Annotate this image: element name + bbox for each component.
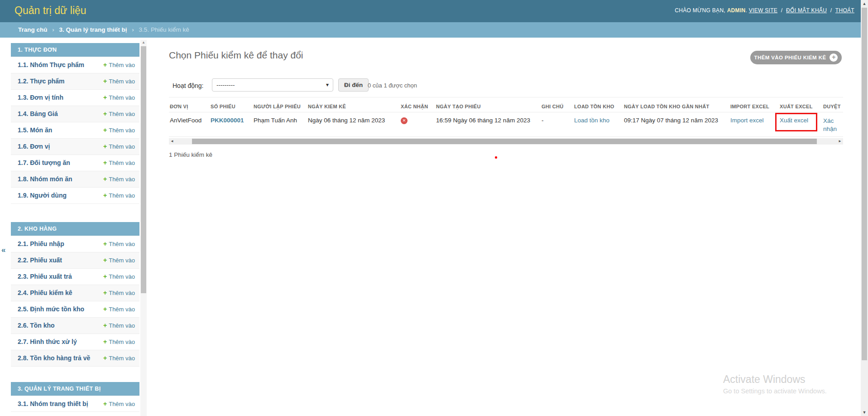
add-phieu-kiem-ke-button[interactable]: THÊM VÀO PHIẾU KIỂM KÊ +	[750, 51, 842, 64]
sidebar-section-title: 1. THỰC ĐƠN	[11, 43, 139, 57]
scroll-left-icon[interactable]: ◄	[170, 138, 174, 145]
col-header-ngay-tao: NGÀY TẠO PHIẾU	[436, 104, 481, 109]
selection-status: 0 của 1 được chọn	[368, 82, 417, 89]
sidebar-add-link[interactable]: +Thêm vào	[103, 338, 135, 345]
horizontal-scrollbar-thumb[interactable]	[192, 139, 817, 144]
sidebar-scrollbar[interactable]: ▲	[140, 40, 147, 416]
change-password-link[interactable]: ĐỔI MẬT KHẨU	[786, 7, 827, 14]
sidebar-item: 1.1. Nhóm Thực phẩm +Thêm vào	[11, 57, 139, 73]
scroll-up-icon[interactable]: ▲	[861, 1, 868, 6]
sidebar-add-link[interactable]: +Thêm vào	[103, 126, 135, 134]
sidebar-item-link[interactable]: 1.1. Nhóm Thực phẩm	[18, 61, 84, 68]
col-header-xuat-excel: XUẤT EXCEL	[780, 104, 813, 109]
sidebar-item-link[interactable]: 2.6. Tồn kho	[18, 322, 55, 329]
sidebar-item-link[interactable]: 1.2. Thực phẩm	[18, 77, 65, 85]
plus-icon: +	[103, 94, 107, 101]
sidebar-add-link[interactable]: +Thêm vào	[103, 273, 135, 280]
scroll-up-icon[interactable]: ▲	[140, 40, 147, 44]
scroll-down-icon[interactable]: ▼	[861, 410, 868, 415]
sidebar-item: 2.2. Phiếu xuất +Thêm vào	[11, 252, 139, 268]
sidebar-add-link[interactable]: +Thêm vào	[103, 354, 135, 362]
col-header-nguoi-lap: NGƯỜI LẬP PHIẾU	[254, 104, 301, 109]
sidebar-item-link[interactable]: 1.6. Đơn vị	[18, 143, 50, 150]
sidebar-item-link[interactable]: 3.1. Nhóm trang thiết bị	[18, 400, 88, 407]
plus-icon: +	[103, 289, 107, 296]
go-button[interactable]: Đi đến	[338, 78, 369, 92]
sidebar-item: 1.2. Thực phẩm +Thêm vào	[11, 73, 139, 89]
sidebar-spacer	[11, 203, 139, 222]
import-excel-link[interactable]: Import excel	[730, 117, 764, 124]
plus-icon: +	[103, 322, 107, 329]
sidebar-add-link[interactable]: +Thêm vào	[103, 110, 135, 117]
view-site-link[interactable]: VIEW SITE	[749, 7, 777, 14]
col-header-duyet: DUYỆT	[823, 104, 841, 109]
plus-icon: +	[103, 61, 107, 68]
table-header-border	[169, 112, 843, 112]
sidebar-item-link[interactable]: 2.3. Phiếu xuất trả	[18, 273, 72, 280]
col-header-ghi-chu: GHI CHÚ	[542, 104, 564, 109]
vertical-scrollbar-thumb[interactable]	[862, 8, 867, 360]
sidebar-item: 1.6. Đơn vị +Thêm vào	[11, 138, 139, 155]
xac-nhan-link[interactable]: Xác nhận	[823, 117, 837, 132]
sidebar-item-link[interactable]: 1.8. Nhóm món ăn	[18, 175, 72, 183]
sidebar-item-link[interactable]: 2.2. Phiếu xuất	[18, 256, 62, 264]
col-header-xac-nhan: XÁC NHẬN	[401, 104, 428, 109]
sidebar-add-link[interactable]: +Thêm vào	[103, 400, 135, 407]
so-phieu-link[interactable]: PKK000001	[211, 117, 244, 124]
sidebar-add-link[interactable]: +Thêm vào	[103, 240, 135, 247]
col-header-don-vi: ĐƠN VỊ	[170, 104, 188, 109]
sidebar-add-link[interactable]: +Thêm vào	[103, 305, 135, 313]
sidebar-item-link[interactable]: 1.5. Món ăn	[18, 126, 52, 134]
plus-icon: +	[103, 305, 107, 313]
sidebar-item-link[interactable]: 1.9. Người dùng	[18, 192, 67, 199]
sidebar-add-link[interactable]: +Thêm vào	[103, 143, 135, 150]
col-header-import-excel: IMPORT EXCEL	[730, 104, 769, 109]
sidebar-item: 2.5. Định mức tồn kho +Thêm vào	[11, 301, 139, 317]
sidebar-add-label: Thêm vào	[109, 94, 135, 101]
sidebar-add-link[interactable]: +Thêm vào	[103, 94, 135, 101]
sidebar-add-label: Thêm vào	[109, 160, 135, 166]
sidebar-add-label: Thêm vào	[109, 322, 135, 329]
sidebar-add-link[interactable]: +Thêm vào	[103, 61, 135, 68]
sidebar-add-link[interactable]: +Thêm vào	[103, 77, 135, 85]
sidebar-scrollbar-thumb[interactable]	[141, 46, 146, 293]
sidebar-item-link[interactable]: 2.7. Hình thức xử lý	[18, 338, 77, 345]
sidebar-item-link[interactable]: 1.7. Đối tượng ăn	[18, 159, 70, 166]
page-title: Chọn Phiếu kiểm kê để thay đổi	[169, 50, 303, 61]
cell-ngay-kiem-ke: Ngày 06 tháng 12 năm 2023	[308, 117, 385, 124]
cell-don-vi: AnVietFood	[170, 117, 201, 124]
load-ton-kho-link[interactable]: Load tồn kho	[574, 117, 609, 124]
sidebar-add-link[interactable]: +Thêm vào	[103, 192, 135, 199]
plus-icon: +	[103, 273, 107, 280]
action-label: Hoạt động:	[173, 82, 204, 89]
sidebar-item-link[interactable]: 1.3. Đơn vị tính	[18, 94, 63, 101]
sidebar-add-label: Thêm vào	[109, 339, 135, 345]
breadcrumb-section-link[interactable]: 3. Quản lý trang thiết bị	[59, 26, 127, 33]
sidebar-add-link[interactable]: +Thêm vào	[103, 175, 135, 183]
table-horizontal-scrollbar[interactable]: ◄ ►	[169, 138, 843, 145]
sidebar-item-link[interactable]: 2.4. Phiếu kiểm kê	[18, 289, 72, 296]
sidebar-add-label: Thêm vào	[109, 241, 135, 247]
sidebar-add-link[interactable]: +Thêm vào	[103, 289, 135, 296]
link-separator: /	[830, 7, 832, 14]
plus-icon: +	[103, 240, 107, 247]
action-select[interactable]: --------- ▾	[212, 78, 333, 92]
logout-link[interactable]: THOÁT	[835, 7, 854, 14]
sidebar-add-link[interactable]: +Thêm vào	[103, 322, 135, 329]
sidebar-item-link[interactable]: 1.4. Bảng Giá	[18, 110, 58, 117]
breadcrumb-home-link[interactable]: Trang chủ	[18, 26, 48, 33]
scroll-right-icon[interactable]: ►	[838, 138, 842, 145]
sidebar-collapse-icon[interactable]: «	[1, 246, 5, 255]
page-vertical-scrollbar[interactable]: ▲ ▼	[861, 0, 868, 416]
sidebar-add-link[interactable]: +Thêm vào	[103, 159, 135, 166]
sidebar-add-link[interactable]: +Thêm vào	[103, 256, 135, 264]
sidebar-item-link[interactable]: 2.5. Định mức tồn kho	[18, 305, 84, 313]
sidebar-add-label: Thêm vào	[109, 306, 135, 313]
sidebar-item: 2.8. Tồn kho hàng trả về +Thêm vào	[11, 350, 139, 366]
sidebar-item-link[interactable]: 2.8. Tồn kho hàng trả về	[18, 354, 90, 362]
plus-icon: +	[103, 354, 107, 362]
sidebar-item-link[interactable]: 2.1. Phiếu nhập	[18, 240, 64, 247]
sidebar-item: 1.3. Đơn vị tính +Thêm vào	[11, 89, 139, 106]
breadcrumb-current: 3.5. Phiếu kiểm kê	[139, 26, 189, 33]
sidebar-add-label: Thêm vào	[109, 401, 135, 407]
